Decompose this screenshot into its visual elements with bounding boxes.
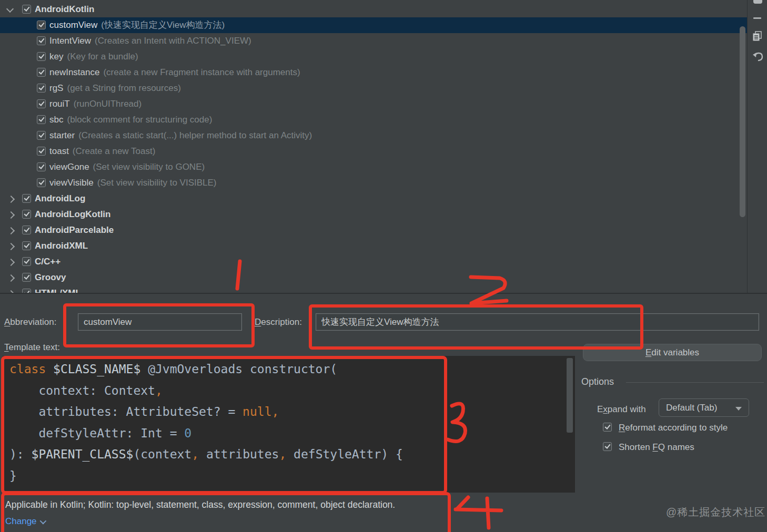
- checkbox[interactable]: [37, 68, 46, 77]
- chevron-right-icon[interactable]: [7, 196, 15, 203]
- checkbox[interactable]: [37, 52, 46, 61]
- checkbox[interactable]: [22, 289, 31, 293]
- template-name: viewGone: [49, 162, 89, 172]
- group-label: AndroidLog: [35, 193, 85, 203]
- description-label: Description:: [255, 317, 302, 328]
- tree-item-toast[interactable]: toast(Create a new Toast): [0, 144, 747, 159]
- template-name: key: [49, 52, 63, 62]
- tree-item-rouiT[interactable]: rouiT(runOnUIThread): [0, 96, 747, 112]
- template-name: newInstance: [49, 67, 99, 77]
- code-line: }: [9, 465, 574, 487]
- abbreviation-input[interactable]: [78, 313, 242, 331]
- group-label: C/C++: [35, 257, 60, 267]
- expand-with-value: Default (Tab): [666, 403, 717, 413]
- change-link[interactable]: Change: [5, 516, 45, 527]
- tree-group-androidlog[interactable]: AndroidLog: [0, 191, 747, 207]
- template-description: (快速实现自定义View构造方法): [101, 20, 225, 30]
- checkbox[interactable]: [37, 84, 46, 93]
- shorten-fq-label: Shorten FQ names: [619, 442, 694, 453]
- tree-scrollbar-thumb[interactable]: [740, 26, 745, 217]
- checkbox[interactable]: [22, 241, 31, 250]
- chevron-right-icon[interactable]: [7, 259, 15, 266]
- chevron-right-icon[interactable]: [7, 227, 15, 234]
- checkbox[interactable]: [22, 210, 31, 219]
- section-divider: [0, 293, 767, 294]
- tree-group-androidxml[interactable]: AndroidXML: [0, 238, 747, 254]
- reformat-checkbox[interactable]: [603, 423, 612, 432]
- options-rule: [626, 382, 764, 383]
- tree-item-rgS[interactable]: rgS(get a String from resources): [0, 80, 747, 96]
- tree-toolbar: [748, 0, 767, 293]
- chevron-right-icon[interactable]: [7, 211, 15, 219]
- checkbox[interactable]: [37, 99, 46, 108]
- template-name: viewVisible: [49, 178, 94, 188]
- duplicate-icon[interactable]: [752, 30, 763, 42]
- checkbox[interactable]: [37, 147, 46, 156]
- clipped-icon: [753, 0, 762, 4]
- code-line: attributes: AttributeSet? = null,: [9, 401, 574, 423]
- code-line: defStyleAttr: Int = 0: [9, 423, 574, 444]
- template-name: sbc: [49, 115, 63, 125]
- template-description: (get a String from resources): [67, 83, 180, 93]
- tree-group-androidkotlin[interactable]: AndroidKotlin: [0, 2, 747, 17]
- template-name: customView: [49, 20, 97, 30]
- expand-with-label: Expand with: [597, 404, 646, 415]
- checkbox[interactable]: [22, 257, 31, 266]
- tree-item-newInstance[interactable]: newInstance(create a new Fragment instan…: [0, 65, 747, 80]
- tree-item-sbc[interactable]: sbc(block comment for structuring code): [0, 112, 747, 128]
- checkbox[interactable]: [37, 21, 46, 29]
- code-line: class $CLASS_NAME$ @JvmOverloads constru…: [9, 359, 574, 380]
- template-description: (block comment for structuring code): [67, 115, 212, 125]
- chevron-right-icon[interactable]: [7, 243, 15, 250]
- tree-item-IntentView[interactable]: IntentView(Creates an Intent with ACTION…: [0, 33, 747, 49]
- checkbox[interactable]: [37, 36, 46, 45]
- watermark: @稀土掘金技术社区: [666, 505, 765, 519]
- abbreviation-label: Abbreviation:: [4, 317, 56, 328]
- template-description: (create a new Fragment instance with arg…: [103, 67, 300, 77]
- group-label: AndroidXML: [35, 241, 88, 251]
- tree-item-customView[interactable]: customView(快速实现自定义View构造方法): [0, 17, 747, 33]
- tree-group-androidparcelable[interactable]: AndroidParcelable: [0, 222, 747, 238]
- tree-item-viewVisible[interactable]: viewVisible(Set view visibility to VISIB…: [0, 175, 747, 191]
- checkbox[interactable]: [37, 162, 46, 171]
- code-line: context: Context,: [9, 380, 574, 402]
- group-label: AndroidParcelable: [35, 225, 114, 235]
- template-description: (Set view visibility to VISIBLE): [97, 178, 217, 188]
- checkbox[interactable]: [37, 178, 46, 187]
- template-description: (Creates an Intent with ACTION_VIEW): [95, 36, 251, 46]
- tree-group-groovy[interactable]: Groovy: [0, 270, 747, 285]
- expand-with-dropdown[interactable]: Default (Tab): [659, 398, 749, 417]
- checkbox[interactable]: [22, 226, 31, 234]
- editor-scrollbar-thumb[interactable]: [567, 358, 573, 433]
- template-name: rouiT: [49, 99, 70, 109]
- group-label: Groovy: [35, 272, 66, 282]
- tree-item-starter[interactable]: starter(Creates a static start(...) help…: [0, 128, 747, 144]
- template-description: (Create a new Toast): [73, 146, 155, 156]
- chevron-down-icon: [735, 407, 742, 411]
- checkbox[interactable]: [22, 194, 31, 203]
- description-input[interactable]: [316, 313, 759, 331]
- live-templates-settings-panel: AndroidKotlin customView(快速实现自定义View构造方法…: [0, 0, 767, 532]
- tree-group-cc[interactable]: C/C++: [0, 254, 747, 270]
- template-text-editor[interactable]: class $CLASS_NAME$ @JvmOverloads constru…: [3, 356, 575, 493]
- shorten-fq-checkbox[interactable]: [603, 442, 612, 451]
- remove-icon[interactable]: [752, 13, 763, 24]
- checkbox[interactable]: [37, 115, 46, 124]
- tree-item-key[interactable]: key(Key for a bundle): [0, 49, 747, 65]
- reformat-label: Reformat according to style: [619, 423, 728, 433]
- template-name: rgS: [49, 83, 63, 93]
- checkbox[interactable]: [22, 273, 31, 282]
- edit-variables-button[interactable]: Edit variables: [583, 344, 762, 361]
- applicable-context-text: Applicable in Kotlin; Kotlin: top-level,…: [5, 499, 395, 510]
- chevron-down-icon[interactable]: [6, 5, 14, 13]
- group-checkbox[interactable]: [22, 5, 31, 14]
- checkbox[interactable]: [37, 131, 46, 140]
- restore-icon[interactable]: [752, 51, 763, 63]
- tree-group-htmlxml[interactable]: HTML/XML: [0, 285, 747, 293]
- chevron-right-icon[interactable]: [7, 274, 15, 282]
- tree-group-androidlogkotlin[interactable]: AndroidLogKotlin: [0, 207, 747, 222]
- template-description: (Set view visibility to GONE): [93, 162, 205, 172]
- template-description: (Key for a bundle): [67, 52, 138, 62]
- tree-item-viewGone[interactable]: viewGone(Set view visibility to GONE): [0, 159, 747, 175]
- chevron-down-icon: [39, 518, 46, 525]
